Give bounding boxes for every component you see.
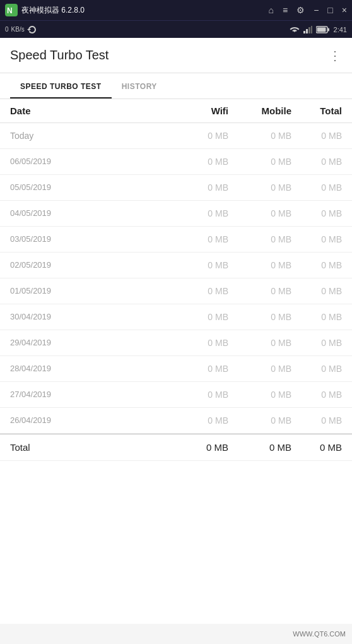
row-mobile: 0 MB [228, 415, 291, 426]
row-total: 0 MB [291, 312, 342, 322]
row-date: 06/05/2019 [10, 157, 165, 167]
col-header-date: Date [10, 105, 165, 116]
watermark: WWW.QT6.COM [293, 630, 346, 638]
table-row: 26/04/2019 0 MB 0 MB 0 MB [0, 408, 352, 434]
app-content: Speed Turbo Test ⋮ SPEED TURBO TEST HIST… [0, 38, 352, 624]
network-speed: 0 [5, 26, 9, 33]
total-total: 0 MB [291, 442, 342, 453]
col-header-total: Total [291, 105, 342, 116]
row-date: 30/04/2019 [10, 312, 165, 322]
svg-rect-4 [308, 27, 310, 33]
title-bar-controls[interactable]: ⌂ ≡ ⚙ − □ × [269, 5, 347, 15]
wifi-icon [290, 26, 300, 33]
row-date: 01/05/2019 [10, 286, 165, 296]
row-date: 28/04/2019 [10, 364, 165, 374]
page-title: Speed Turbo Test [10, 48, 109, 63]
total-wifi: 0 MB [165, 442, 228, 453]
settings-icon[interactable]: ⚙ [296, 5, 305, 15]
total-row: Total 0 MB 0 MB 0 MB [0, 434, 352, 461]
row-date: 04/05/2019 [10, 208, 165, 218]
minimize-icon[interactable]: − [314, 5, 319, 15]
row-total: 0 MB [291, 415, 342, 426]
menu-icon[interactable]: ≡ [283, 5, 288, 15]
table-row: 30/04/2019 0 MB 0 MB 0 MB [0, 304, 352, 330]
status-bar-left: 0 KB/s [5, 25, 37, 35]
row-wifi: 0 MB [165, 182, 228, 193]
maximize-icon[interactable]: □ [327, 5, 332, 15]
battery-icon [316, 26, 330, 33]
svg-rect-5 [311, 26, 312, 33]
table-row: 06/05/2019 0 MB 0 MB 0 MB [0, 149, 352, 175]
row-mobile: 0 MB [228, 182, 291, 193]
row-date: 29/04/2019 [10, 338, 165, 348]
row-date: 03/05/2019 [10, 234, 165, 244]
home-icon[interactable]: ⌂ [269, 5, 274, 15]
tab-speed-turbo-test[interactable]: SPEED TURBO TEST [10, 73, 112, 98]
app-title: 夜神模拟器 6.2.8.0 [21, 5, 85, 16]
row-wifi: 0 MB [165, 338, 228, 348]
total-label: Total [10, 442, 165, 453]
footer: WWW.QT6.COM [0, 624, 352, 644]
row-total: 0 MB [291, 234, 342, 244]
table-row: 28/04/2019 0 MB 0 MB 0 MB [0, 356, 352, 382]
row-mobile: 0 MB [228, 131, 291, 141]
row-total: 0 MB [291, 364, 342, 374]
table-row: Today 0 MB 0 MB 0 MB [0, 123, 352, 149]
svg-rect-2 [303, 31, 305, 33]
data-table: Today 0 MB 0 MB 0 MB 06/05/2019 0 MB 0 M… [0, 123, 352, 624]
row-total: 0 MB [291, 390, 342, 400]
row-wifi: 0 MB [165, 415, 228, 426]
row-wifi: 0 MB [165, 260, 228, 270]
clock-time: 2:41 [334, 26, 347, 33]
row-total: 0 MB [291, 338, 342, 348]
row-mobile: 0 MB [228, 157, 291, 167]
row-date: Today [10, 131, 165, 141]
row-mobile: 0 MB [228, 260, 291, 270]
row-wifi: 0 MB [165, 286, 228, 296]
row-mobile: 0 MB [228, 390, 291, 400]
row-total: 0 MB [291, 182, 342, 193]
table-row: 04/05/2019 0 MB 0 MB 0 MB [0, 201, 352, 227]
table-header: Date Wifi Mobile Total [0, 99, 352, 123]
tab-history[interactable]: HISTORY [112, 73, 167, 98]
status-bar: 0 KB/s 2:41 [0, 20, 352, 38]
row-date: 26/04/2019 [10, 415, 165, 426]
status-bar-right: 2:41 [290, 26, 347, 33]
tab-bar: SPEED TURBO TEST HISTORY [0, 73, 352, 99]
nox-logo: N [5, 4, 18, 16]
network-unit: KB/s [11, 26, 25, 33]
row-total: 0 MB [291, 131, 342, 141]
row-wifi: 0 MB [165, 131, 228, 141]
row-wifi: 0 MB [165, 390, 228, 400]
svg-rect-8 [317, 27, 326, 32]
row-wifi: 0 MB [165, 234, 228, 244]
title-bar: N 夜神模拟器 6.2.8.0 ⌂ ≡ ⚙ − □ × [0, 0, 352, 20]
title-bar-left: N 夜神模拟器 6.2.8.0 [5, 4, 85, 16]
col-header-wifi: Wifi [165, 105, 228, 116]
table-row: 05/05/2019 0 MB 0 MB 0 MB [0, 175, 352, 201]
row-mobile: 0 MB [228, 234, 291, 244]
close-icon[interactable]: × [342, 5, 347, 15]
svg-text:N: N [7, 6, 13, 15]
overflow-menu-button[interactable]: ⋮ [329, 48, 342, 63]
table-row: 29/04/2019 0 MB 0 MB 0 MB [0, 330, 352, 356]
table-row: 03/05/2019 0 MB 0 MB 0 MB [0, 227, 352, 253]
row-mobile: 0 MB [228, 208, 291, 218]
rotate-icon [27, 25, 37, 35]
total-mobile: 0 MB [228, 442, 291, 453]
table-row: 27/04/2019 0 MB 0 MB 0 MB [0, 382, 352, 408]
signal-icon [303, 26, 312, 33]
row-mobile: 0 MB [228, 338, 291, 348]
app-header: Speed Turbo Test ⋮ [0, 38, 352, 73]
table-row: 01/05/2019 0 MB 0 MB 0 MB [0, 278, 352, 304]
row-total: 0 MB [291, 157, 342, 167]
col-header-mobile: Mobile [228, 105, 291, 116]
svg-rect-3 [306, 29, 308, 33]
row-wifi: 0 MB [165, 208, 228, 218]
row-mobile: 0 MB [228, 364, 291, 374]
row-mobile: 0 MB [228, 286, 291, 296]
row-date: 27/04/2019 [10, 390, 165, 400]
row-wifi: 0 MB [165, 312, 228, 322]
row-wifi: 0 MB [165, 157, 228, 167]
row-total: 0 MB [291, 286, 342, 296]
